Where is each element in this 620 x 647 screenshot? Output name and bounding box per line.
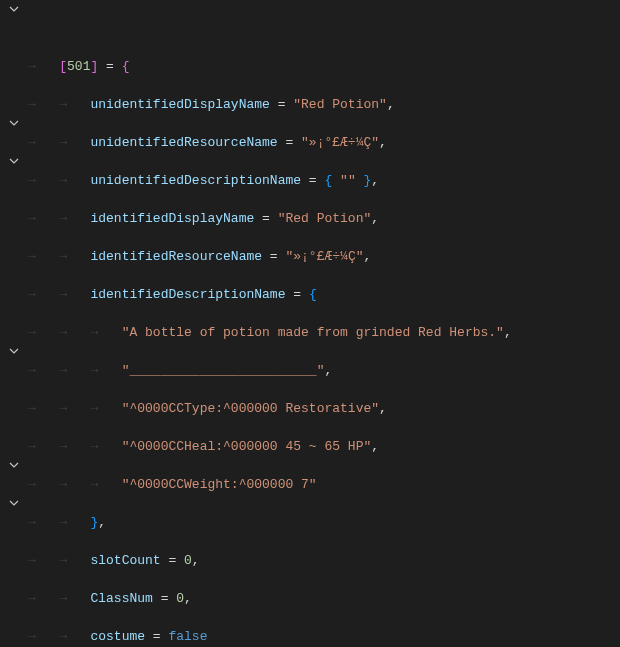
field-key: identifiedDisplayName [90, 211, 254, 226]
code-line: → → → "^0000CCWeight:^000000 7" [28, 475, 598, 494]
desc-line: "^0000CCHeal:^000000 45 ~ 65 HP" [122, 439, 372, 454]
code-line: → → identifiedDisplayName = "Red Potion"… [28, 209, 598, 228]
code-line: → → → "^0000CCHeal:^000000 45 ~ 65 HP", [28, 437, 598, 456]
brace-open: { [309, 287, 317, 302]
code-line: → → → "A bottle of potion made from grin… [28, 323, 598, 342]
field-key: costume [90, 629, 145, 644]
code-line: → → → "________________________", [28, 361, 598, 380]
code-line: → → }, [28, 513, 598, 532]
field-value: "»¡°£Æ÷¼Ç" [301, 135, 379, 150]
desc-line: "^0000CCWeight:^000000 7" [122, 477, 317, 492]
field-key: identifiedDescriptionName [90, 287, 285, 302]
code-line: → → costume = false [28, 627, 598, 646]
field-key: slotCount [90, 553, 160, 568]
field-value: 0 [176, 591, 184, 606]
code-line: → → slotCount = 0, [28, 551, 598, 570]
field-value: "Red Potion" [278, 211, 372, 226]
brace-open: { [122, 59, 130, 74]
code-line: → → unidentifiedDescriptionName = { "" }… [28, 171, 598, 190]
code-line: → → unidentifiedResourceName = "»¡°£Æ÷¼Ç… [28, 133, 598, 152]
code-line: → [501] = { [28, 57, 598, 76]
field-value: 0 [184, 553, 192, 568]
field-key: unidentifiedDisplayName [90, 97, 269, 112]
code-line: → → unidentifiedDisplayName = "Red Potio… [28, 95, 598, 114]
desc-line: "________________________" [122, 363, 325, 378]
code-line: → → → "^0000CCType:^000000 Restorative", [28, 399, 598, 418]
bracket-open: [ [59, 59, 67, 74]
code-editor[interactable]: → [501] = { → → unidentifiedDisplayName … [0, 0, 598, 647]
code-line: → → ClassNum = 0, [28, 589, 598, 608]
field-key: unidentifiedResourceName [90, 135, 277, 150]
item-id: 501 [67, 59, 90, 74]
desc-line: "^0000CCType:^000000 Restorative" [122, 401, 379, 416]
field-value: "Red Potion" [293, 97, 387, 112]
field-key: unidentifiedDescriptionName [90, 173, 301, 188]
field-value: false [168, 629, 207, 644]
field-key: identifiedResourceName [90, 249, 262, 264]
field-key: ClassNum [90, 591, 152, 606]
code-line: → → identifiedDescriptionName = { [28, 285, 598, 304]
desc-line: "A bottle of potion made from grinded Re… [122, 325, 504, 340]
code-line: → → identifiedResourceName = "»¡°£Æ÷¼Ç", [28, 247, 598, 266]
field-value: "»¡°£Æ÷¼Ç" [285, 249, 363, 264]
